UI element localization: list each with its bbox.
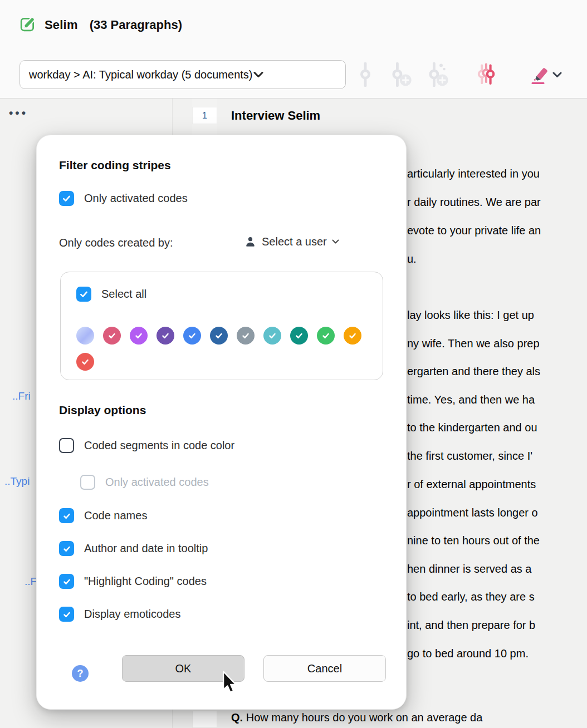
display-option-row: Display emoticodes [59,607,180,622]
document-text-line: articularly interested in you [407,168,540,180]
select-all-checkbox[interactable] [76,287,91,302]
document-text-line: Q. How many hours do you work on an aver… [231,711,482,724]
select-user-dropdown[interactable]: Select a user [244,235,339,248]
coding-stripes-active-icon [474,62,500,87]
code-color-dot[interactable] [130,327,148,345]
display-option-row: "Highlight Coding" codes [59,574,207,589]
display-options-title: Display options [59,404,146,417]
display-option-checkbox[interactable] [59,574,74,589]
document-text-line: the first customer, since I' [407,450,532,463]
check-icon [241,331,251,341]
document-text-line: nine to ten hours out of the [407,534,540,547]
document-text-line: int, and then prepare for b [407,619,535,632]
document-text-line: time. Yes, and then we ha [407,393,535,406]
code-color-dot[interactable] [290,327,308,345]
highlighter-icon [526,63,550,86]
document-text-line: lay looks like this: I get up [407,309,534,322]
code-color-dots [76,327,368,371]
help-button[interactable]: ? [72,665,89,682]
mouse-cursor [222,671,237,694]
document-text-line: to bed early, as they are s [407,591,535,603]
code-color-dot[interactable] [76,353,94,371]
question-text: How many hours do you work on an average… [243,711,482,724]
check-icon [62,511,72,521]
document-text-line: ny wife. Then we also prep [407,337,540,350]
check-icon [267,331,277,341]
document-title-row: Selim (33 Paragraphs) [19,16,182,35]
code-color-dot[interactable] [103,327,121,345]
check-icon [294,331,304,341]
check-icon [134,331,144,341]
check-icon [348,331,358,341]
document-heading: Interview Selim [231,109,320,123]
document-text-line: r of external appointments [407,478,536,491]
add-coding-stripe-icon [390,62,412,87]
coding-stripe-icon [359,62,371,87]
display-option-label: Author and date in tooltip [84,542,208,555]
check-icon [160,331,170,341]
document-text-line: hen dinner is served as a [407,563,531,575]
cancel-button[interactable]: Cancel [263,655,386,682]
display-option-checkbox[interactable] [59,438,74,453]
document-text-line: ergarten and there they als [407,365,540,378]
chevron-down-icon [552,72,562,78]
document-text-line: to the kindergarten and ou [407,421,537,434]
display-option-row: Only activated codes [80,475,209,490]
edit-document-icon [19,16,36,35]
filter-coding-stripes-button[interactable] [473,61,500,88]
stripes-column-menu-button[interactable]: ••• [9,106,28,120]
select-all-label: Select all [101,288,146,301]
question-prefix: Q. [231,711,243,724]
dialog-title: Filter coding stripes [59,159,171,172]
only-activated-codes-row: Only activated codes [59,191,188,206]
coding-stripe-label: ..Fri [12,390,31,402]
created-by-row: Only codes created by: Select a user [59,235,385,251]
code-color-dot[interactable] [317,327,335,345]
code-color-dot[interactable] [344,327,361,345]
code-color-dot[interactable] [183,327,201,345]
user-icon [244,235,257,248]
highlight-coding-button[interactable] [525,61,551,88]
check-icon [79,289,89,299]
check-icon [80,357,90,367]
display-option-row: Code names [59,508,147,523]
display-option-label: Coded segments in code color [84,439,234,452]
document-text-line: go to bed around 10 pm. [407,647,529,660]
add-coding-stripe-options-button[interactable] [424,61,451,88]
coding-stripe-button[interactable] [352,61,379,88]
display-option-label: Display emoticodes [84,608,180,621]
document-set-dropdown[interactable]: workday > AI: Typical workday (5 documen… [19,60,346,89]
chevron-down-icon [332,239,339,244]
document-text-line: u. [407,253,417,265]
code-color-dot[interactable] [237,327,255,345]
code-color-dot[interactable] [210,327,228,345]
document-text-line: appointment lasts longer o [407,506,538,519]
check-icon [62,609,72,619]
check-icon [62,577,72,587]
add-coding-stripe-button[interactable] [388,61,414,88]
display-option-row: Author and date in tooltip [59,541,208,556]
paragraph-count: (33 Paragraphs) [90,18,182,32]
paragraph-number: 1 [202,111,207,121]
document-set-dropdown-value: workday > AI: Typical workday (5 documen… [29,68,252,81]
document-text-line: evote to your private life an [407,224,541,237]
display-option-label: "Highlight Coding" codes [84,575,207,588]
display-option-checkbox[interactable] [59,607,74,622]
only-activated-codes-label: Only activated codes [84,192,188,205]
only-activated-codes-checkbox[interactable] [59,191,74,206]
display-option-checkbox[interactable] [59,541,74,556]
display-option-checkbox [80,475,95,490]
code-colors-panel: Select all [60,272,383,380]
display-option-checkbox[interactable] [59,508,74,523]
check-icon [61,193,72,204]
highlight-coding-menu-chevron[interactable] [552,70,562,80]
chevron-down-icon [253,71,263,78]
display-option-label: Code names [84,509,147,522]
paragraph-number-cell [192,711,217,728]
code-color-dot[interactable] [76,327,94,345]
check-icon [187,331,197,341]
code-color-dot[interactable] [263,327,281,345]
select-user-label: Select a user [262,235,327,248]
code-color-dot[interactable] [156,327,174,345]
coding-stripe-label: ..F [25,575,37,588]
